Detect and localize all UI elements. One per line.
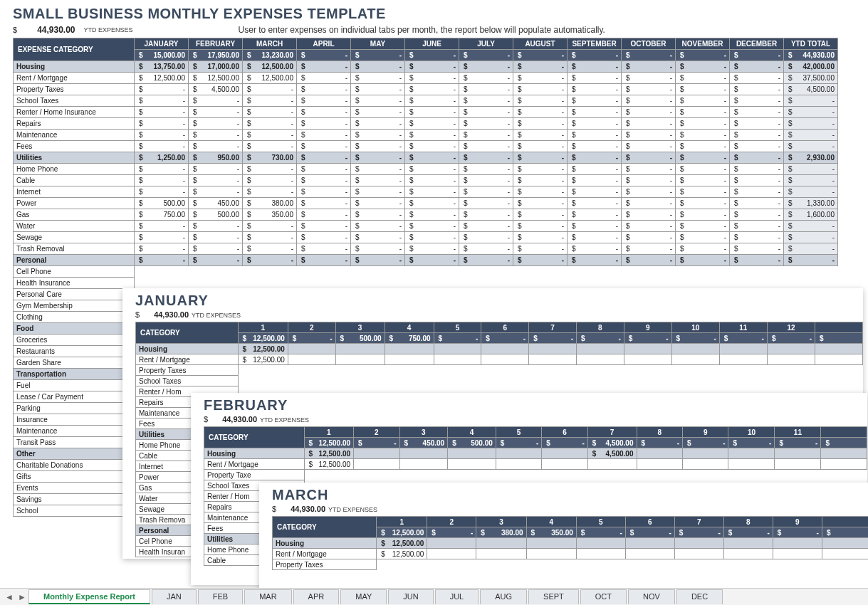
cell[interactable]: $- <box>243 141 297 152</box>
cell[interactable] <box>476 538 526 549</box>
cell[interactable]: $- <box>784 118 838 130</box>
cell[interactable]: $- <box>297 84 351 95</box>
cell[interactable]: $- <box>243 255 297 266</box>
category-label[interactable]: Repairs <box>14 118 135 130</box>
cell[interactable]: $- <box>135 221 189 232</box>
cell[interactable]: $- <box>784 243 838 255</box>
category-label[interactable]: Power <box>14 198 135 209</box>
category-label[interactable]: Fuel <box>14 380 135 391</box>
cell[interactable]: $- <box>622 118 676 130</box>
cell[interactable]: $- <box>513 130 568 141</box>
category-label[interactable]: Charitable Donations <box>14 460 135 471</box>
category-label[interactable]: Maintenance <box>14 426 135 437</box>
cell[interactable]: $- <box>622 175 676 186</box>
cell[interactable]: $- <box>676 152 730 164</box>
cell[interactable]: $- <box>459 152 513 164</box>
cell[interactable]: $- <box>568 198 622 209</box>
cell[interactable]: $- <box>189 164 243 175</box>
cell[interactable] <box>481 354 529 365</box>
cell[interactable]: $- <box>351 130 405 141</box>
cell[interactable] <box>427 538 476 549</box>
overlay-row-label[interactable]: School Taxes <box>136 376 239 386</box>
cell[interactable] <box>674 538 723 549</box>
cell[interactable]: $- <box>730 152 784 164</box>
cell[interactable]: $- <box>135 232 189 243</box>
cell[interactable]: $- <box>513 107 568 118</box>
cell[interactable] <box>434 354 481 365</box>
cell[interactable]: $12,500.00 <box>243 61 297 73</box>
cell[interactable]: $380.00 <box>243 198 297 209</box>
cell[interactable] <box>354 448 399 459</box>
cell[interactable]: $4,500.00 <box>189 84 243 95</box>
cell[interactable]: $- <box>784 255 838 266</box>
cell[interactable] <box>723 549 773 559</box>
cell[interactable] <box>625 549 674 559</box>
cell[interactable] <box>576 538 625 549</box>
cell[interactable]: $- <box>189 243 243 255</box>
cell[interactable]: $- <box>784 232 838 243</box>
cell[interactable]: $- <box>243 164 297 175</box>
cell[interactable]: $- <box>297 209 351 221</box>
cell[interactable]: $- <box>676 61 730 73</box>
category-label[interactable]: Gifts <box>14 471 135 483</box>
cell[interactable]: $- <box>243 95 297 107</box>
cell[interactable] <box>723 538 773 549</box>
cell[interactable]: $- <box>351 73 405 84</box>
cell[interactable]: $- <box>243 221 297 232</box>
cell[interactable]: $750.00 <box>135 209 189 221</box>
cell[interactable] <box>399 448 448 459</box>
cell[interactable]: $- <box>568 130 622 141</box>
cell[interactable]: $- <box>676 221 730 232</box>
cell[interactable]: $- <box>676 243 730 255</box>
cell[interactable]: $- <box>405 130 459 141</box>
cell[interactable] <box>385 354 434 365</box>
cell[interactable]: $- <box>351 61 405 73</box>
cell[interactable]: $- <box>459 255 513 266</box>
cell[interactable]: $- <box>135 118 189 130</box>
cell[interactable] <box>624 354 671 365</box>
category-label[interactable]: Rent / Mortgage <box>14 73 135 84</box>
cell[interactable]: $- <box>189 255 243 266</box>
cell[interactable]: $- <box>784 186 838 198</box>
overlay-row-label[interactable]: Rent / Mortgage <box>273 549 377 559</box>
cell[interactable]: $730.00 <box>243 152 297 164</box>
cell[interactable]: $- <box>730 84 784 95</box>
cell[interactable]: $- <box>568 221 622 232</box>
cell[interactable]: $- <box>243 175 297 186</box>
sheet-tab-apr[interactable]: APR <box>293 589 340 604</box>
cell[interactable]: $- <box>135 141 189 152</box>
cell[interactable] <box>821 448 867 459</box>
sheet-tab-may[interactable]: MAY <box>340 589 387 604</box>
cell[interactable]: $- <box>622 232 676 243</box>
sheet-tab-dec[interactable]: DEC <box>676 589 723 604</box>
cell[interactable]: $- <box>513 175 568 186</box>
cell[interactable] <box>476 549 526 559</box>
cell[interactable]: $2,930.00 <box>784 152 838 164</box>
cell[interactable]: $- <box>405 255 459 266</box>
cell[interactable]: $- <box>297 175 351 186</box>
cell[interactable]: $- <box>622 255 676 266</box>
cell[interactable]: $- <box>784 107 838 118</box>
cell[interactable]: $- <box>622 198 676 209</box>
cell[interactable]: $- <box>622 107 676 118</box>
cell[interactable]: $- <box>513 164 568 175</box>
cell[interactable]: $4,500.00 <box>784 84 838 95</box>
cell[interactable]: $- <box>189 175 243 186</box>
cell[interactable]: $12,500.00 <box>135 73 189 84</box>
category-label[interactable]: Property Taxes <box>14 84 135 95</box>
cell[interactable]: $- <box>351 232 405 243</box>
cell[interactable]: $- <box>730 221 784 232</box>
cell[interactable] <box>682 448 728 459</box>
cell[interactable]: $- <box>351 118 405 130</box>
category-label[interactable]: Home Phone <box>14 164 135 175</box>
cell[interactable]: $- <box>351 198 405 209</box>
cell[interactable]: $- <box>513 73 568 84</box>
cell[interactable] <box>815 354 863 365</box>
cell[interactable] <box>526 538 576 549</box>
cell[interactable]: $12,500.00 <box>377 538 427 549</box>
cell[interactable]: $- <box>730 118 784 130</box>
category-label[interactable]: Cell Phone <box>14 266 135 278</box>
cell[interactable] <box>767 344 815 354</box>
overlay-row-label[interactable]: Property Taxe <box>204 470 305 480</box>
cell[interactable]: $- <box>676 107 730 118</box>
